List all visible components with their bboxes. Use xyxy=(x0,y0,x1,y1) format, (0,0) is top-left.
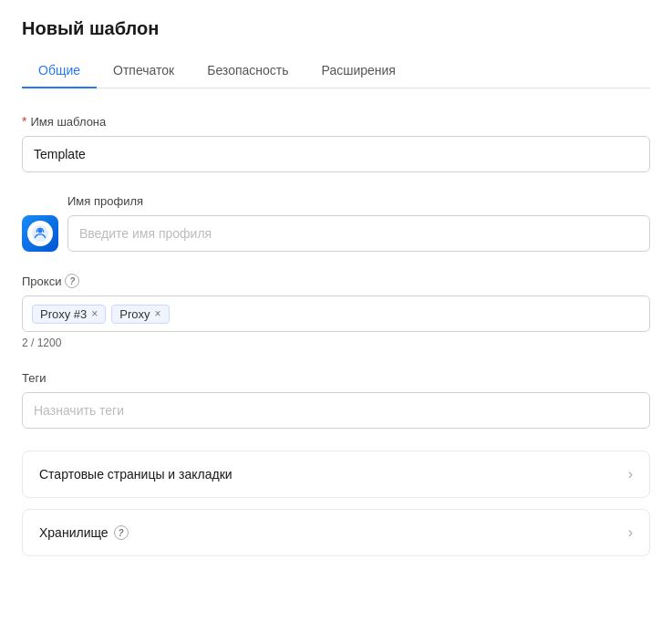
profile-svg-icon xyxy=(30,223,50,243)
startup-chevron-icon: › xyxy=(628,466,633,482)
svg-point-1 xyxy=(38,229,43,233)
profile-name-input[interactable] xyxy=(67,215,650,252)
profile-row xyxy=(22,215,650,252)
profile-name-label: Имя профиля xyxy=(22,194,650,208)
proxy-chip-1: Proxy #3 × xyxy=(32,305,106,324)
proxy-chip-2-close[interactable]: × xyxy=(155,308,161,319)
tab-extensions[interactable]: Расширения xyxy=(305,54,412,88)
svg-point-0 xyxy=(32,225,48,242)
storage-label-group: Хранилище ? xyxy=(39,525,129,540)
template-name-section: * Имя шаблона xyxy=(22,114,650,172)
tags-label: Теги xyxy=(22,371,650,385)
proxy-chip-2-label: Proxy xyxy=(119,307,150,321)
proxy-help-icon[interactable]: ? xyxy=(65,274,79,288)
storage-label: Хранилище xyxy=(39,525,109,540)
required-star: * xyxy=(22,114,26,129)
page-title: Новый шаблон xyxy=(22,18,650,39)
storage-help-icon[interactable]: ? xyxy=(114,525,129,540)
proxy-count: 2 / 1200 xyxy=(22,337,650,349)
storage-chevron-icon: › xyxy=(628,524,633,541)
tab-fingerprint[interactable]: Отпечаток xyxy=(97,54,191,88)
proxy-chip-2: Proxy × xyxy=(111,305,169,324)
proxy-input-field[interactable]: Proxy #3 × Proxy × xyxy=(22,295,650,332)
tab-security[interactable]: Безопасность xyxy=(191,54,305,88)
startup-pages-row[interactable]: Стартовые страницы и закладки › xyxy=(22,451,650,498)
tags-section: Теги xyxy=(22,371,650,429)
proxy-label: Прокси ? xyxy=(22,274,650,288)
template-name-label: * Имя шаблона xyxy=(22,114,650,129)
proxy-chip-1-close[interactable]: × xyxy=(91,308,98,319)
tabs-container: Общие Отпечаток Безопасность Расширения xyxy=(22,54,650,88)
profile-name-section: Имя профиля xyxy=(22,194,650,252)
profile-icon[interactable] xyxy=(22,215,58,252)
proxy-chip-1-label: Proxy #3 xyxy=(40,307,87,321)
storage-row[interactable]: Хранилище ? › xyxy=(22,509,650,556)
proxy-section: Прокси ? Proxy #3 × Proxy × 2 / 1200 xyxy=(22,274,650,349)
template-name-input[interactable] xyxy=(22,136,650,172)
tab-general[interactable]: Общие xyxy=(22,54,97,88)
tags-input[interactable] xyxy=(22,392,650,429)
profile-icon-inner xyxy=(27,221,53,246)
startup-pages-label: Стартовые страницы и закладки xyxy=(39,467,233,482)
